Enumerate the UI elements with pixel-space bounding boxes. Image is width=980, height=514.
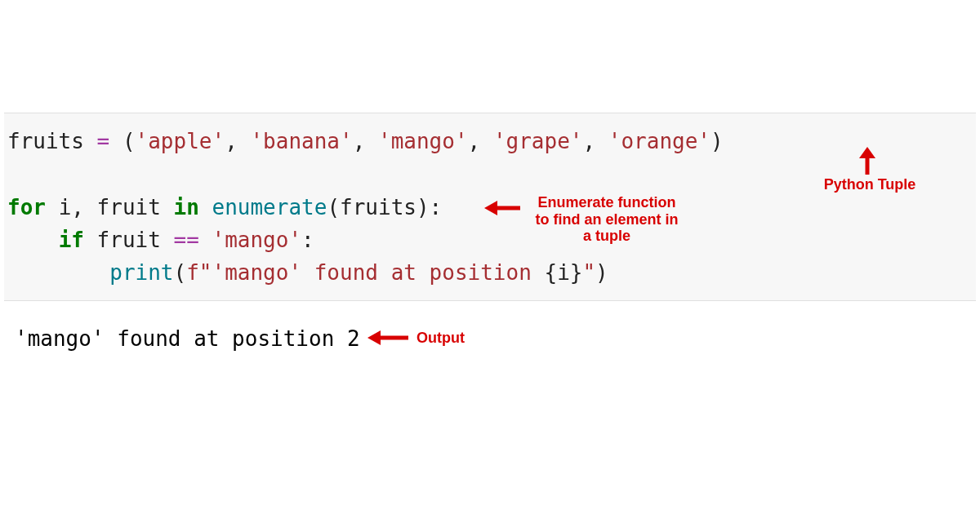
token-string: 'mango' — [378, 129, 468, 153]
token-operator: = — [97, 129, 122, 153]
token-variable: i — [59, 195, 72, 219]
token-keyword-for: for — [7, 195, 46, 219]
token-comma: , — [225, 129, 250, 153]
token-space — [199, 195, 212, 219]
annotation-output: Output — [416, 330, 465, 347]
code-line-4: print(f"'mango' found at position {i}") — [7, 256, 973, 289]
token-string: "'mango' found at position — [199, 260, 545, 285]
token-variable: i — [557, 260, 570, 285]
token-space — [84, 228, 97, 252]
token-operator: == — [174, 228, 212, 252]
token-string: " — [582, 260, 595, 285]
program-output: 'mango' found at position 2 — [15, 326, 360, 351]
token-argument: fruits — [340, 195, 416, 219]
token-paren: ) — [416, 195, 430, 219]
arrow-up-icon — [858, 147, 877, 175]
token-brace: } — [570, 260, 583, 285]
code-line-1: fruits = ('apple', 'banana', 'mango', 'g… — [7, 125, 973, 157]
token-comma: , — [353, 129, 378, 153]
token-string: 'apple' — [136, 129, 225, 153]
annotation-python-tuple: Python Tuple — [817, 176, 923, 193]
token-indent — [7, 228, 59, 252]
token-colon: : — [430, 195, 443, 219]
token-indent — [7, 260, 109, 285]
token-variable: fruit — [97, 195, 174, 219]
code-line-3: if fruit == 'mango': — [7, 224, 973, 256]
token-string: 'orange' — [608, 129, 710, 153]
svg-marker-1 — [859, 147, 875, 158]
token-keyword-in: in — [174, 195, 199, 219]
token-string: 'mango' — [212, 228, 301, 252]
token-keyword-if: if — [59, 228, 84, 252]
token-string: 'banana' — [250, 129, 352, 153]
token-space — [46, 195, 59, 219]
token-variable: fruits — [7, 129, 97, 153]
token-variable: fruit — [97, 228, 174, 252]
token-paren: ( — [122, 129, 136, 153]
token-function-print: print — [109, 260, 173, 285]
token-paren: ( — [174, 260, 187, 285]
svg-marker-5 — [368, 330, 381, 345]
token-paren: ) — [710, 129, 724, 153]
token-string: 'grape' — [493, 129, 583, 153]
annotation-enumerate: Enumerate function to find an element in… — [521, 194, 693, 245]
token-fstring-prefix: f — [186, 260, 199, 285]
token-function-enumerate: enumerate — [212, 195, 327, 219]
token-brace: { — [544, 260, 557, 285]
arrow-left-icon — [368, 329, 408, 347]
token-paren: ( — [327, 195, 340, 219]
arrow-left-icon — [484, 199, 520, 217]
token-comma: , — [582, 129, 608, 153]
token-comma: , — [468, 129, 493, 153]
token-comma: , — [71, 195, 96, 219]
token-colon: : — [301, 228, 314, 252]
token-paren: ) — [595, 260, 608, 285]
svg-marker-3 — [484, 201, 497, 215]
